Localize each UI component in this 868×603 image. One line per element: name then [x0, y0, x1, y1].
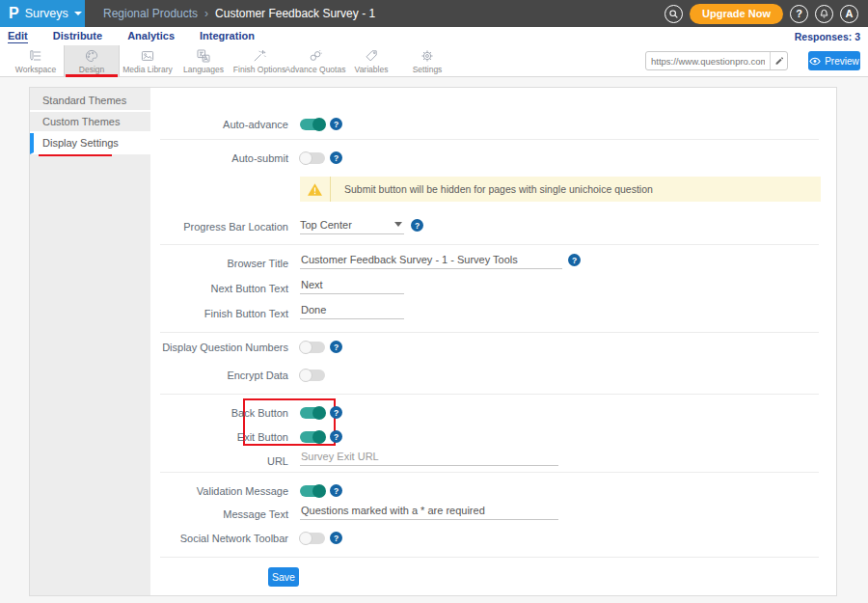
auto-advance-help-icon[interactable]: ?	[330, 118, 342, 130]
bell-icon	[819, 9, 829, 19]
display-question-numbers-help-icon[interactable]: ?	[330, 341, 342, 353]
avatar[interactable]: A	[840, 5, 858, 23]
exit-button-toggle[interactable]	[300, 431, 325, 443]
message-text-input[interactable]	[300, 505, 558, 520]
progress-bar-location-value: Top Center	[300, 219, 394, 231]
surveys-product-menu[interactable]: P Surveys	[0, 0, 85, 27]
divider	[160, 139, 819, 140]
warning-icon	[307, 182, 323, 197]
tab-finish-options[interactable]: Finish Options	[231, 45, 287, 76]
design-settings-card: Standard Themes Custom Themes Display Se…	[29, 87, 837, 596]
search-button[interactable]	[665, 5, 683, 23]
back-button-toggle[interactable]	[300, 407, 325, 419]
design-sidebar: Standard Themes Custom Themes Display Se…	[30, 88, 150, 595]
social-network-toolbar-help-icon[interactable]: ?	[330, 532, 342, 544]
exit-button-help-icon[interactable]: ?	[330, 430, 342, 443]
tab-workspace[interactable]: Workspace	[8, 45, 64, 76]
annotation-underline-display-settings	[39, 154, 112, 156]
breadcrumb-separator: ›	[204, 7, 208, 20]
links-icon	[308, 48, 323, 64]
exit-button-label: Exit Button	[150, 430, 288, 444]
tab-settings[interactable]: Settings	[399, 45, 455, 76]
back-button-label: Back Button	[150, 406, 288, 420]
finish-button-text-input[interactable]	[300, 304, 404, 319]
tab-design[interactable]: Design	[64, 45, 120, 76]
content-area: Standard Themes Custom Themes Display Se…	[0, 77, 868, 603]
tag-icon	[364, 48, 379, 64]
questionpro-logo: P	[9, 0, 19, 27]
chevron-down-icon	[74, 12, 82, 15]
validation-message-label: Validation Message	[150, 484, 288, 498]
breadcrumb-folder[interactable]: Regional Products	[103, 7, 198, 20]
social-network-toolbar-label: Social Network Toolbar	[150, 532, 288, 545]
browser-title-label: Browser Title	[150, 257, 288, 270]
survey-url-input[interactable]	[646, 56, 770, 67]
nav-tab-edit[interactable]: Edit	[8, 30, 28, 43]
browser-title-help-icon[interactable]: ?	[568, 254, 581, 266]
breadcrumb-survey-title: Customer Feedback Survey - 1	[215, 7, 375, 20]
divider	[160, 332, 819, 333]
wand-icon	[252, 48, 267, 64]
exit-url-label: URL	[150, 454, 288, 468]
edit-toolbar: Workspace Design Media Library	[0, 45, 868, 77]
chevron-down-icon	[394, 222, 402, 227]
encrypt-data-toggle[interactable]	[300, 370, 325, 381]
question-mark-icon: ?	[796, 8, 802, 19]
sidebar-item-standard-themes[interactable]: Standard Themes	[30, 91, 150, 112]
palette-icon	[84, 48, 99, 64]
image-icon	[140, 48, 155, 64]
progress-bar-location-label: Progress Bar Location	[150, 220, 288, 233]
upgrade-now-button[interactable]: Upgrade Now	[690, 4, 783, 24]
notifications-button[interactable]	[815, 5, 833, 23]
progress-bar-location-select[interactable]: Top Center	[300, 215, 404, 234]
help-button[interactable]: ?	[790, 5, 808, 23]
tab-variables[interactable]: Variables	[343, 45, 399, 76]
preview-button[interactable]: Preview	[808, 51, 860, 70]
nav-tab-integration[interactable]: Integration	[200, 30, 255, 42]
auto-advance-toggle[interactable]	[300, 119, 325, 130]
auto-submit-help-icon[interactable]: ?	[330, 151, 342, 164]
social-network-toolbar-toggle[interactable]	[300, 533, 325, 544]
display-question-numbers-toggle[interactable]	[300, 342, 325, 353]
sidebar-item-display-settings[interactable]: Display Settings	[30, 133, 150, 154]
tab-media-library[interactable]: Media Library	[120, 45, 176, 76]
progress-bar-help-icon[interactable]: ?	[411, 219, 423, 232]
divider	[160, 244, 819, 245]
avatar-initial: A	[846, 8, 854, 19]
edit-url-button[interactable]	[770, 52, 787, 69]
pencil-icon	[774, 56, 784, 66]
top-bar: P Surveys Regional Products › Customer F…	[0, 0, 868, 27]
product-name: Surveys	[25, 7, 68, 20]
submit-hidden-warning: Submit button will be hidden for pages w…	[300, 177, 821, 202]
browser-title-input[interactable]	[300, 254, 562, 269]
divider	[160, 557, 819, 558]
validation-message-help-icon[interactable]: ?	[330, 484, 342, 497]
encrypt-data-label: Encrypt Data	[150, 369, 288, 382]
search-icon	[668, 9, 679, 19]
save-button[interactable]: Save	[268, 567, 299, 587]
nav-tab-analytics[interactable]: Analytics	[127, 30, 175, 42]
auto-submit-label: Auto-submit	[150, 151, 288, 165]
sidebar-item-custom-themes[interactable]: Custom Themes	[30, 112, 150, 133]
next-button-text-input[interactable]	[300, 279, 404, 294]
breadcrumb: Regional Products › Customer Feedback Su…	[103, 7, 375, 20]
tab-languages[interactable]: Languages	[176, 45, 231, 76]
display-question-numbers-label: Display Question Numbers	[150, 341, 288, 354]
next-button-text-label: Next Button Text	[150, 282, 288, 295]
divider	[160, 394, 819, 395]
survey-url-field	[645, 51, 788, 70]
exit-url-input[interactable]	[300, 451, 558, 466]
finish-button-text-label: Finish Button Text	[150, 307, 288, 320]
warning-text: Submit button will be hidden for pages w…	[331, 183, 653, 195]
nav-tab-distribute[interactable]: Distribute	[53, 30, 102, 42]
display-settings-form: Auto-advance ? Auto-submit ? Submit butt…	[150, 88, 836, 595]
responses-count[interactable]: Responses: 3	[795, 31, 860, 42]
validation-message-toggle[interactable]	[300, 485, 325, 497]
back-button-help-icon[interactable]: ?	[330, 406, 342, 419]
message-text-label: Message Text	[150, 507, 288, 521]
gear-icon	[420, 48, 435, 64]
tab-advance-quotas[interactable]: Advance Quotas	[287, 45, 343, 76]
auto-advance-label: Auto-advance	[150, 118, 288, 131]
auto-submit-toggle[interactable]	[300, 152, 325, 164]
divider	[160, 472, 819, 473]
